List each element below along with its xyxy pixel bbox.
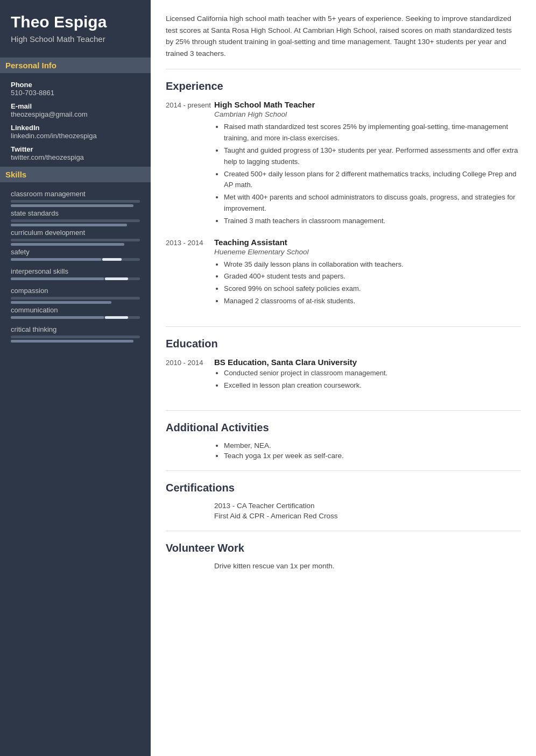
bullet-item: Trained 3 math teachers in classroom man… — [224, 216, 521, 227]
twitter-value: twitter.com/theozespiga — [11, 153, 140, 161]
edu-body: BS Education, Santa Clara UniversityCond… — [214, 358, 521, 393]
skill-bar-background — [11, 277, 140, 280]
skill-name: interpersonal skills — [11, 267, 140, 275]
skill-name: state standards — [11, 209, 140, 217]
bullet-item: Created 500+ daily lesson plans for 2 di… — [224, 169, 521, 191]
activity-item: Teach yoga 1x per week as self-care. — [224, 452, 521, 460]
skill-bar-fill — [11, 243, 124, 246]
skill-bar-fill — [11, 258, 101, 261]
entry-bullets: Raised math standardized test scores 25%… — [214, 122, 521, 226]
entry-company: Cambrian High School — [214, 110, 521, 118]
skill-item: communication — [11, 306, 140, 319]
education-section: Education 2010 - 2014BS Education, Santa… — [166, 338, 521, 411]
phone-value: 510-703-8861 — [11, 89, 140, 97]
activities-list: Member, NEA.Teach yoga 1x per week as se… — [166, 441, 521, 460]
skill-name: curriculum development — [11, 229, 140, 237]
skill-bar-background — [11, 219, 140, 222]
skill-bar-background — [11, 336, 140, 338]
skill-item: compassion — [11, 287, 140, 299]
certification-item: 2013 - CA Teacher Certification — [166, 502, 521, 510]
experience-title: Experience — [166, 80, 521, 92]
skills-section: classroom managementstate standardscurri… — [11, 190, 140, 338]
bullet-item: Wrote 35 daily lesson plans in collabora… — [224, 259, 521, 270]
skill-bar-accent — [105, 277, 128, 280]
skill-item: classroom management — [11, 190, 140, 203]
email-label: E-mail — [11, 102, 140, 110]
phone-label: Phone — [11, 81, 140, 89]
entry-bullets: Wrote 35 daily lesson plans in collabora… — [214, 259, 521, 307]
personal-info: Phone 510-703-8861 E-mail theozespiga@gm… — [11, 81, 140, 161]
skill-bar-background — [11, 239, 140, 241]
certifications-title: Certifications — [166, 482, 521, 494]
personal-linkedin-item: LinkedIn linkedin.com/in/theozespiga — [11, 124, 140, 140]
entry-date: 2013 - 2014 — [166, 238, 214, 308]
skill-name: critical thinking — [11, 325, 140, 333]
education-list: 2010 - 2014BS Education, Santa Clara Uni… — [166, 358, 521, 393]
skill-item: interpersonal skills — [11, 267, 140, 280]
bullet-item: Graded 400+ student tests and papers. — [224, 271, 521, 282]
skill-name: safety — [11, 248, 140, 256]
entry-body: High School Math TeacherCambrian High Sc… — [214, 100, 521, 227]
entry-job-title: Teaching Assistant — [214, 238, 521, 247]
volunteer-section: Volunteer Work Drive kitten rescue van 1… — [166, 542, 521, 579]
experience-entry: 2014 - presentHigh School Math TeacherCa… — [166, 100, 521, 227]
skill-name: compassion — [11, 287, 140, 295]
personal-email-item: E-mail theozespiga@gmail.com — [11, 102, 140, 118]
email-value: theozespiga@gmail.com — [11, 110, 140, 118]
edu-bullets: Conducted senior project in classroom ma… — [214, 368, 521, 391]
activities-section: Additional Activities Member, NEA.Teach … — [166, 422, 521, 471]
skill-item: state standards — [11, 209, 140, 222]
education-entry: 2010 - 2014BS Education, Santa Clara Uni… — [166, 358, 521, 393]
certifications-list: 2013 - CA Teacher CertificationFirst Aid… — [166, 502, 521, 520]
edu-bullet-item: Conducted senior project in classroom ma… — [224, 368, 521, 379]
skill-item: critical thinking — [11, 325, 140, 338]
skill-bar-fill — [11, 340, 133, 343]
skill-item: safety — [11, 248, 140, 261]
skill-bar-fill — [11, 224, 127, 226]
candidate-name: Theo Espiga — [11, 13, 140, 31]
bullet-item: Taught and guided progress of 130+ stude… — [224, 145, 521, 168]
skill-name: communication — [11, 306, 140, 314]
bullet-item: Managed 2 classrooms of at-risk students… — [224, 296, 521, 307]
skill-bar-fill — [11, 301, 111, 304]
skill-bar-fill — [11, 316, 104, 319]
skill-bar-accent — [102, 258, 122, 261]
skill-item: curriculum development — [11, 229, 140, 241]
summary-text: Licensed California high school math tea… — [166, 13, 521, 69]
volunteer-title: Volunteer Work — [166, 542, 521, 554]
edu-date: 2010 - 2014 — [166, 358, 214, 393]
personal-info-section-title: Personal Info — [0, 58, 151, 73]
bullet-item: Met with 400+ parents and school adminis… — [224, 192, 521, 215]
skill-bar-accent — [105, 316, 128, 319]
experience-entry: 2013 - 2014Teaching AssistantHueneme Ele… — [166, 238, 521, 308]
bullet-item: Raised math standardized test scores 25%… — [224, 122, 521, 144]
skill-bar-background — [11, 200, 140, 203]
linkedin-label: LinkedIn — [11, 124, 140, 132]
entry-body: Teaching AssistantHueneme Elementary Sch… — [214, 238, 521, 308]
volunteer-text: Drive kitten rescue van 1x per month. — [166, 562, 521, 570]
skill-bar-background — [11, 297, 140, 299]
bullet-item: Scored 99% on school safety policies exa… — [224, 283, 521, 295]
entry-date: 2014 - present — [166, 100, 214, 227]
personal-phone-item: Phone 510-703-8861 — [11, 81, 140, 97]
skills-section-title: Skills — [0, 167, 151, 182]
skill-bar-background — [11, 258, 140, 261]
skill-name: classroom management — [11, 190, 140, 198]
resume-container: Theo Espiga High School Math Teacher Per… — [0, 0, 536, 756]
education-title: Education — [166, 338, 521, 350]
skill-bar-background — [11, 316, 140, 319]
entry-company: Hueneme Elementary School — [214, 248, 521, 256]
twitter-label: Twitter — [11, 145, 140, 153]
certification-item: First Aid & CPR - American Red Cross — [166, 512, 521, 520]
experience-list: 2014 - presentHigh School Math TeacherCa… — [166, 100, 521, 308]
sidebar: Theo Espiga High School Math Teacher Per… — [0, 0, 151, 756]
personal-twitter-item: Twitter twitter.com/theozespiga — [11, 145, 140, 161]
activities-title: Additional Activities — [166, 422, 521, 434]
main-content: Licensed California high school math tea… — [151, 0, 536, 756]
linkedin-value: linkedin.com/in/theozespiga — [11, 132, 140, 140]
edu-bullet-item: Excelled in lesson plan creation coursew… — [224, 380, 521, 391]
activity-item: Member, NEA. — [224, 441, 521, 450]
experience-section: Experience 2014 - presentHigh School Mat… — [166, 80, 521, 326]
certifications-section: Certifications 2013 - CA Teacher Certifi… — [166, 482, 521, 531]
edu-title: BS Education, Santa Clara University — [214, 358, 521, 367]
